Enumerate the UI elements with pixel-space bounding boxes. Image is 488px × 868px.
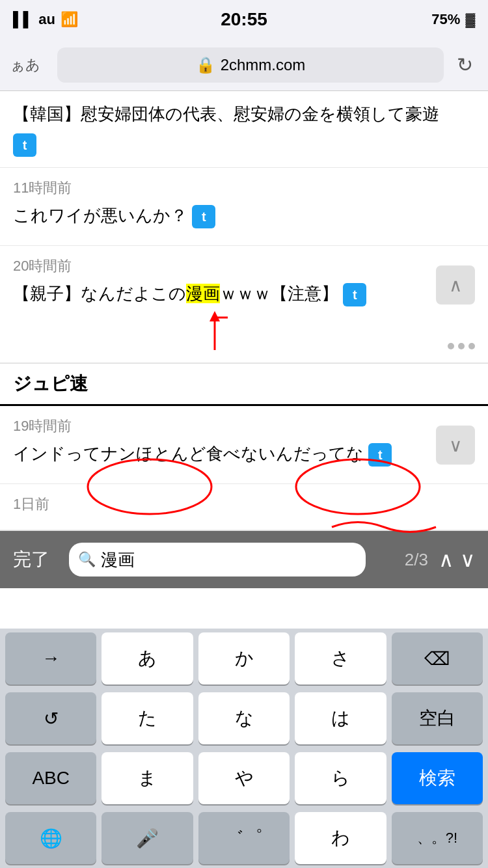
twitter-icon-2[interactable]: t xyxy=(192,205,215,228)
status-left: ▌▌ au 📶 xyxy=(13,11,78,28)
news-title-1[interactable]: 【韓国】慰安婦団体の代表、慰安婦の金を横領して豪遊 xyxy=(13,102,475,127)
news-title-text-2: これワイが悪いんか？ xyxy=(13,206,187,225)
find-bar: 完了 🔍 漫画 2/3 ∧ ∨ xyxy=(0,531,488,588)
key-mic[interactable]: 🎤 xyxy=(102,812,193,864)
key-punctuation[interactable]: 、。?! xyxy=(392,812,483,864)
news-item-3: 20時間前 【親子】なんだよこの漫画ｗｗｗ【注意】 t ∧ xyxy=(0,246,488,363)
key-abc[interactable]: ABC xyxy=(5,752,96,804)
key-dakuten[interactable]: ゛゜ xyxy=(198,812,290,864)
find-counter: 2/3 xyxy=(376,550,428,570)
key-space[interactable]: 空白 xyxy=(392,692,483,744)
key-ha[interactable]: は xyxy=(295,692,386,744)
news-item-4: 19時間前 インドってナンほとんど食べないんだってな t xyxy=(0,406,488,484)
find-nav-buttons: ∧ ∨ xyxy=(439,547,475,572)
find-next-button[interactable]: ∨ xyxy=(460,547,475,572)
scroll-up-icon: ∧ xyxy=(449,275,463,296)
battery-pct-label: 75% xyxy=(431,11,460,28)
refresh-button[interactable]: ↻ xyxy=(452,53,478,76)
twitter-icon-4[interactable]: t xyxy=(368,443,392,467)
scroll-down-button[interactable]: ∨ xyxy=(436,426,475,465)
find-done-button[interactable]: 完了 xyxy=(13,547,59,572)
status-right: 75% ▓ xyxy=(431,11,475,28)
news-title-after-highlight: ｗｗｗ【注意】 xyxy=(220,284,338,303)
timestamp-3: 20時間前 xyxy=(13,256,475,276)
scroll-up-button[interactable]: ∧ xyxy=(436,265,475,305)
news-item-5: 1日前 xyxy=(0,484,488,530)
twitter-icon-1[interactable]: t xyxy=(13,133,36,157)
key-a[interactable]: あ xyxy=(102,632,193,685)
find-input-text: 漫画 xyxy=(101,549,135,571)
news-title-2[interactable]: これワイが悪いんか？ t xyxy=(13,203,475,228)
timestamp-5: 1日前 xyxy=(13,495,475,514)
news-title-text-1: 【韓国】慰安婦団体の代表、慰安婦の金を横領して豪遊 xyxy=(13,104,439,124)
dot-3 xyxy=(468,343,475,349)
section-header: ジュピ速 xyxy=(0,364,488,406)
carrier-label: au xyxy=(38,11,55,28)
status-bar: ▌▌ au 📶 20:55 75% ▓ xyxy=(0,0,488,39)
find-prev-button[interactable]: ∧ xyxy=(439,547,454,572)
key-undo[interactable]: ↺ xyxy=(5,692,96,744)
content-area: 【韓国】慰安婦団体の代表、慰安婦の金を横領して豪遊 t 11時間前 これワイが悪… xyxy=(0,91,488,364)
key-sa[interactable]: さ xyxy=(295,632,386,685)
url-display[interactable]: 🔒 2chmm.com xyxy=(57,47,444,83)
key-ta[interactable]: た xyxy=(102,692,193,744)
key-na[interactable]: な xyxy=(198,692,290,744)
url-bar: ぁあ 🔒 2chmm.com ↻ xyxy=(0,39,488,91)
keyboard-row-4: 🌐 🎤 ゛゜ わ 、。?! xyxy=(0,808,488,868)
status-time: 20:55 xyxy=(221,9,267,30)
find-search-icon: 🔍 xyxy=(78,551,96,568)
key-ra[interactable]: ら xyxy=(295,752,386,804)
dot-2 xyxy=(458,343,465,349)
key-ka[interactable]: か xyxy=(198,632,290,685)
key-delete[interactable]: ⌫ xyxy=(392,632,483,685)
dots-menu[interactable] xyxy=(448,343,475,349)
keyboard: → あ か さ ⌫ ↺ た な は 空白 ABC ま や ら 検索 🌐 🎤 ゛゜… xyxy=(0,629,488,868)
find-input-wrapper[interactable]: 🔍 漫画 xyxy=(69,543,366,576)
scroll-down-icon: ∨ xyxy=(449,435,463,456)
keyboard-row-1: → あ か さ ⌫ xyxy=(0,629,488,688)
section-title: ジュピ速 xyxy=(13,373,88,394)
key-arrow[interactable]: → xyxy=(5,632,96,685)
news-item-1: 【韓国】慰安婦団体の代表、慰安婦の金を横領して豪遊 t xyxy=(0,91,488,168)
keyboard-row-3: ABC ま や ら 検索 xyxy=(0,748,488,808)
content-area-2: 19時間前 インドってナンほとんど食べないんだってな t ∨ 1日前 xyxy=(0,406,488,531)
key-search[interactable]: 検索 xyxy=(392,752,483,804)
news-title-text-4: インドってナンほとんど食べないんだってな xyxy=(13,444,364,463)
svg-marker-2 xyxy=(210,311,220,321)
news-title-before-highlight: 【親子】なんだよこの xyxy=(13,284,186,303)
annotation-arrow xyxy=(163,305,241,357)
wifi-icon: 📶 xyxy=(61,11,78,28)
font-size-label[interactable]: ぁあ xyxy=(10,55,49,75)
news-title-4[interactable]: インドってナンほとんど食べないんだってな t xyxy=(13,441,423,467)
url-text: 2chmm.com xyxy=(221,56,306,74)
key-globe[interactable]: 🌐 xyxy=(5,812,96,864)
timestamp-4: 19時間前 xyxy=(13,416,423,436)
highlighted-word: 漫画 xyxy=(186,284,220,303)
twitter-icon-3[interactable]: t xyxy=(343,283,366,306)
signal-icon: ▌▌ xyxy=(13,11,33,28)
key-ya[interactable]: や xyxy=(198,752,290,804)
lock-icon: 🔒 xyxy=(196,56,215,74)
timestamp-2: 11時間前 xyxy=(13,178,475,198)
battery-icon: ▓ xyxy=(465,12,475,27)
key-wa[interactable]: わ xyxy=(295,812,386,864)
key-ma[interactable]: ま xyxy=(102,752,193,804)
news-title-3[interactable]: 【親子】なんだよこの漫画ｗｗｗ【注意】 t xyxy=(13,281,475,306)
keyboard-row-2: ↺ た な は 空白 xyxy=(0,688,488,748)
dot-1 xyxy=(448,343,454,349)
news-item-2: 11時間前 これワイが悪いんか？ t xyxy=(0,168,488,246)
